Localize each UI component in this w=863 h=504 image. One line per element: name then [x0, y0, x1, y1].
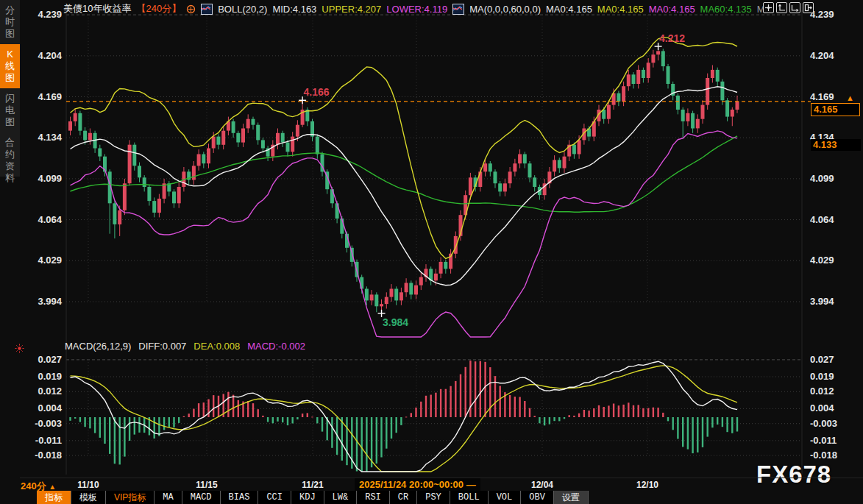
app-root: 4.1664.2123.984 分时图K线图闪电图合约资料 美债10年收益率 【… [0, 0, 863, 504]
macd-params-label: MACD(26,12,9) [65, 341, 131, 352]
crosshair-icon[interactable] [186, 4, 196, 14]
sidebar: 分时图K线图闪电图合约资料 [0, 0, 20, 177]
ma0-magenta-value: MA0:4.165 [649, 4, 695, 15]
boll-upper-value: UPPER:4.207 [322, 4, 381, 15]
macd-hist-value: MACD:-0.002 [247, 341, 305, 352]
toolbar-button-BOLL[interactable]: BOLL [450, 491, 489, 504]
chart-header: 美债10年收益率 【240分】 BOLL(20,2) MID:4.163 UPP… [63, 2, 765, 15]
extreme-marker: 3.984 [378, 310, 409, 328]
price-axis-label: 4.029 [0, 255, 62, 266]
macd-axis-label: -0.018 [810, 450, 862, 461]
current-price-badge: 4.165 [811, 103, 860, 116]
sidebar-tab-闪电图[interactable]: 闪电图 [0, 88, 20, 132]
extreme-marker: 4.212 [655, 32, 686, 50]
sidebar-tab-合约资料[interactable]: 合约资料 [0, 132, 20, 188]
x-axis-date-label: 11/10 [66, 480, 110, 490]
pan-tool-icon[interactable] [763, 2, 774, 13]
macd-axis-label: -0.003 [0, 418, 62, 429]
x-axis-date-label: 11/21 [291, 480, 335, 490]
toolbar-button-PSY[interactable]: PSY [417, 491, 450, 504]
ma-label: MA(0,0,0,60,0,0) [469, 4, 541, 15]
sidebar-tab-K线图[interactable]: K线图 [0, 44, 20, 88]
ma-indicator-icon[interactable] [452, 4, 464, 15]
macd-axis-label: 0.004 [0, 402, 62, 414]
price-axis-label: 4.204 [810, 50, 862, 61]
window-controls [763, 2, 814, 13]
macd-diff-value: DIFF:0.007 [138, 341, 186, 352]
instrument-title: 美债10年收益率 [63, 2, 131, 15]
sidebar-tab-分时图[interactable]: 分时图 [0, 0, 20, 44]
macd-diff-line [71, 361, 738, 472]
toolbar-button-LW&[interactable]: LW& [324, 491, 358, 504]
macd-axis-label: 0.019 [0, 371, 62, 382]
macd-dea-value: DEA:0.008 [193, 341, 240, 352]
macd-histogram [69, 361, 738, 472]
toolbar-button-CR[interactable]: CR [390, 491, 417, 504]
boll-lower-line [71, 131, 738, 337]
x-axis-date-label: 12/04 [520, 480, 564, 490]
toolbar-button-BIAS[interactable]: BIAS [221, 491, 259, 504]
secondary-price-badge: 4.133 [811, 139, 861, 151]
toolbar-button-RSI[interactable]: RSI [357, 491, 390, 504]
x-axis-date-label: 11/15 [185, 480, 229, 490]
macd-axis-label: 0.004 [810, 402, 862, 414]
live-indicator-icon [15, 343, 24, 356]
price-axis-label: 4.029 [810, 255, 862, 266]
extreme-annotation: 3.984 [383, 316, 408, 328]
toolbar-button-VIP指标[interactable]: VIP指标 [106, 491, 155, 504]
price-up-arrow-icon: ▲ [846, 93, 854, 102]
boll-lower-value: LOWER:4.119 [386, 4, 447, 15]
ma60-value: MA60:4.135 [700, 4, 752, 15]
extreme-annotation: 4.212 [659, 32, 685, 44]
ma60-line [71, 136, 738, 212]
price-axis-label: 4.064 [0, 214, 62, 225]
macd-axis-label: 0.019 [810, 371, 862, 382]
macd-axis-label: 0.027 [0, 354, 62, 365]
macd-axis-label: -0.018 [0, 450, 62, 461]
x-axis-date-label: 12/10 [625, 480, 670, 490]
price-axis-label: 4.239 [810, 9, 862, 20]
toolbar-button-模板[interactable]: 模板 [71, 491, 106, 504]
chart-canvas: 4.1664.2123.984 [0, 0, 863, 504]
period-label[interactable]: 【240分】 [136, 2, 181, 15]
ma0-white-value: MA0:4.165 [546, 4, 592, 15]
price-axis-label: 4.064 [810, 214, 862, 225]
candles [68, 46, 739, 313]
boll-mid-value: MID:4.163 [272, 4, 316, 15]
macd-axis-label: 0.012 [810, 386, 862, 397]
toolbar-button-OBV[interactable]: OBV [521, 491, 554, 504]
scale-x-axis-icon[interactable] [789, 2, 800, 13]
toolbar-button-VOL[interactable]: VOL [489, 491, 522, 504]
macd-axis-label: 0.012 [0, 386, 62, 397]
macd-axis-label: -0.011 [0, 435, 62, 446]
toolbar-button-MA[interactable]: MA [155, 491, 182, 504]
indicator-toolbar: 指标模板VIP指标MAMACDBIASCCIKDJLW&RSICRPSYBOLL… [37, 491, 589, 504]
toolbar-button-MACD[interactable]: MACD [182, 491, 221, 504]
price-axis-label: 4.099 [810, 173, 862, 184]
price-axis-label: 3.994 [810, 296, 862, 307]
toolbar-button-指标[interactable]: 指标 [37, 491, 71, 504]
x-axis: 240分 ▲ 2025/11/24 20:00~00:00 — 11/1011/… [20, 478, 863, 491]
up-triangle-icon: ▲ [49, 483, 56, 491]
toolbar-button-KDJ[interactable]: KDJ [291, 491, 324, 504]
boll-label: BOLL(20,2) [218, 4, 267, 15]
macd-axis-label: 0.027 [810, 354, 862, 365]
macd-axis-label: -0.003 [810, 418, 862, 429]
boll-indicator-icon[interactable] [201, 4, 213, 15]
extreme-annotation: 4.166 [304, 86, 330, 98]
toolbar-button-CCI[interactable]: CCI [258, 491, 291, 504]
price-axis-label: 3.994 [0, 296, 62, 307]
macd-axis-label: -0.011 [810, 435, 862, 446]
toolbar-button-设置[interactable]: 设置 [554, 491, 589, 504]
collapse-panel-icon[interactable] [803, 2, 814, 13]
macd-header: MACD(26,12,9) DIFF:0.007 DEA:0.008 MACD:… [65, 341, 305, 352]
scale-y-axis-icon[interactable] [776, 2, 787, 13]
ma0-yellow-value: MA0:4.165 [597, 4, 644, 15]
